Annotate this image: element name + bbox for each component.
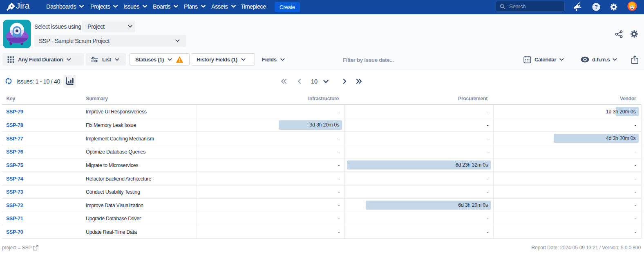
svg-text:?: ?	[595, 4, 598, 10]
